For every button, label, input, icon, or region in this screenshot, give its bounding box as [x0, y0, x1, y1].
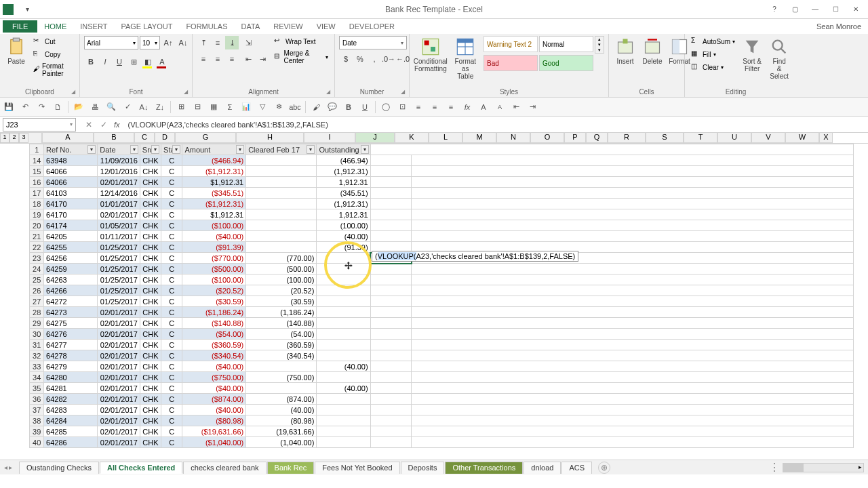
column-header-M[interactable]: M — [462, 133, 496, 143]
format-painter-button[interactable]: 🖌Format Painter — [31, 62, 75, 78]
row-header[interactable]: 33 — [30, 361, 44, 372]
delete-cells-button[interactable]: Delete — [640, 36, 665, 66]
number-launcher-icon[interactable]: ◢ — [401, 89, 408, 96]
increase-indent-icon[interactable]: ⇥ — [256, 52, 269, 66]
row-header[interactable]: 32 — [30, 350, 44, 361]
row-header[interactable]: 15 — [30, 166, 44, 177]
filter-cleared[interactable]: Cleared Feb 17 — [246, 144, 317, 155]
column-header-Q[interactable]: Q — [586, 133, 608, 143]
paint-icon[interactable]: 🖌 — [310, 101, 322, 113]
filter-stat[interactable]: Stat — [161, 144, 182, 155]
table-row[interactable]: 216420501/11/2017CHKC($40.00)(40.00) — [0, 231, 868, 242]
maximize-icon[interactable]: ☐ — [826, 3, 845, 16]
help-icon[interactable]: ? — [765, 3, 784, 16]
menu-tab-developer[interactable]: DEVELOPER — [342, 20, 401, 33]
table-row[interactable]: 316427702/01/2017CHKC($360.59)(360.59) — [0, 340, 868, 350]
table-row[interactable]: 206417401/05/2017CHKC($100.00)(100.00) — [0, 220, 868, 231]
merge-center-button[interactable]: ⊟Merge & Center ▾ — [272, 49, 330, 65]
new-icon[interactable]: 🗋 — [52, 101, 64, 113]
cancel-formula-icon[interactable]: ✕ — [83, 119, 95, 131]
menu-tab-home[interactable]: HOME — [37, 20, 73, 33]
sheet-tab-all-checks-entered[interactable]: All Checks Entered — [100, 462, 182, 474]
filter-src[interactable]: Src — [140, 144, 161, 155]
sheet-tab-fees-not-yet-booked[interactable]: Fees Not Yet Booked — [315, 462, 399, 474]
fx-qat-icon[interactable]: fx — [461, 101, 473, 113]
accounting-format-icon[interactable]: $ — [339, 52, 353, 66]
name-box[interactable]: J23▾ — [3, 118, 76, 131]
table-row[interactable]: 156406612/01/2016CHKC($1,912.31)(1,912.3… — [0, 166, 868, 177]
filter-ref[interactable]: Ref No. — [44, 144, 98, 155]
align-bottom-icon[interactable]: ⤓ — [225, 36, 239, 49]
find-select-button[interactable]: Find & Select — [767, 36, 791, 81]
spelling-icon[interactable]: ✓ — [121, 101, 134, 113]
menu-tab-page-layout[interactable]: PAGE LAYOUT — [114, 20, 179, 33]
row-header[interactable]: 40 — [30, 437, 44, 448]
enter-formula-icon[interactable]: ✓ — [98, 119, 110, 131]
column-header-H[interactable]: H — [236, 133, 304, 143]
table-row[interactable]: 356428102/01/2017CHKC($40.00)(40.00) — [0, 383, 868, 394]
qat-dropdown-icon[interactable]: ▾ — [18, 3, 37, 16]
column-header-P[interactable]: P — [564, 133, 586, 143]
align-middle-icon[interactable]: ≡ — [211, 36, 224, 49]
align-center-icon[interactable]: ≡ — [211, 52, 224, 66]
column-header-I[interactable]: I — [304, 133, 355, 143]
percent-format-icon[interactable]: % — [353, 52, 367, 66]
column-header-R[interactable]: R — [608, 133, 646, 143]
decrease-decimal-icon[interactable]: ←.0 — [396, 52, 410, 66]
row-header[interactable]: 25 — [30, 274, 44, 285]
align-c-qat-icon[interactable]: ≡ — [429, 101, 441, 113]
autosum-button[interactable]: ΣAutoSum ▾ — [689, 36, 737, 47]
horizontal-scrollbar[interactable]: ◂ ▸ — [783, 463, 864, 472]
column-header-U[interactable]: U — [717, 133, 751, 143]
formula-input[interactable]: (VLOOKUP(A23,'checks cleared bank'!A$1:B… — [125, 121, 868, 129]
borders-icon[interactable]: ▦ — [208, 101, 220, 113]
table-row[interactable]: 146394811/09/2016CHKC($466.94)(466.94) — [0, 155, 868, 166]
bold-button[interactable]: B — [84, 55, 98, 68]
row-header[interactable]: 1 — [30, 144, 44, 155]
column-header-C[interactable]: C — [134, 133, 155, 143]
save-icon[interactable]: 💾 — [3, 101, 15, 113]
align-r-qat-icon[interactable]: ≡ — [445, 101, 457, 113]
table-row[interactable]: 166406602/01/2017CHKC$1,912.311,912.31 — [0, 177, 868, 188]
row-header[interactable]: 27 — [30, 296, 44, 307]
split-handle-icon[interactable]: ⋮ — [769, 461, 780, 474]
text-icon[interactable]: abc — [289, 101, 301, 113]
file-tab[interactable]: FILE — [3, 20, 37, 33]
font-color-button[interactable]: A — [155, 55, 169, 68]
table-row[interactable]: 276427201/25/2017CHKC($30.59)(30.59) — [0, 296, 868, 307]
column-header-X[interactable]: X — [819, 133, 833, 143]
table-row[interactable]: 296427502/01/2017CHKC($140.88)(140.88) — [0, 318, 868, 329]
row-header[interactable]: 26 — [30, 285, 44, 296]
conditional-formatting-button[interactable]: Conditional Formatting — [414, 36, 448, 74]
column-header-S[interactable]: S — [646, 133, 684, 143]
indent-r-icon[interactable]: ⇥ — [526, 101, 538, 113]
spreadsheet-grid[interactable]: 1 Ref No. Date Src Stat Amount Cleared F… — [0, 144, 868, 460]
column-header-D[interactable]: D — [155, 133, 175, 143]
row-header[interactable]: 34 — [30, 372, 44, 383]
format-as-table-button[interactable]: Format as Table — [450, 36, 481, 81]
column-header-L[interactable]: L — [429, 133, 462, 143]
column-header-B[interactable]: B — [94, 133, 134, 143]
table-row[interactable]: 176410312/14/2016CHKC($345.51)(345.51) — [0, 188, 868, 199]
close-icon[interactable]: ✕ — [846, 3, 865, 16]
row-header[interactable]: 23 — [30, 253, 44, 264]
font-name-select[interactable]: Arial▾ — [84, 36, 138, 49]
align-right-icon[interactable]: ≡ — [225, 52, 239, 66]
menu-tab-review[interactable]: REVIEW — [267, 20, 309, 33]
style-normal[interactable]: Normal — [539, 36, 593, 52]
filter-icon[interactable]: ▽ — [256, 101, 269, 113]
redo-icon[interactable]: ↷ — [35, 101, 47, 113]
table-row[interactable]: 386428402/01/2017CHKC($80.98)(80.98) — [0, 415, 868, 426]
row-header[interactable]: 21 — [30, 231, 44, 242]
sort-desc-icon[interactable]: Z↓ — [154, 101, 166, 113]
style-good[interactable]: Good — [539, 55, 593, 71]
align-l-qat-icon[interactable]: ≡ — [412, 101, 425, 113]
menu-tab-view[interactable]: VIEW — [310, 20, 342, 33]
align-top-icon[interactable]: ⤒ — [197, 36, 210, 49]
column-header-K[interactable]: K — [395, 133, 429, 143]
column-header-V[interactable]: V — [751, 133, 785, 143]
font-size-select[interactable]: 10▾ — [140, 36, 160, 49]
column-header-O[interactable]: O — [530, 133, 564, 143]
sheet-tab-bank-rec[interactable]: Bank Rec — [267, 462, 315, 474]
table-row[interactable]: 326427802/01/2017CHKC($340.54)(340.54) — [0, 350, 868, 361]
